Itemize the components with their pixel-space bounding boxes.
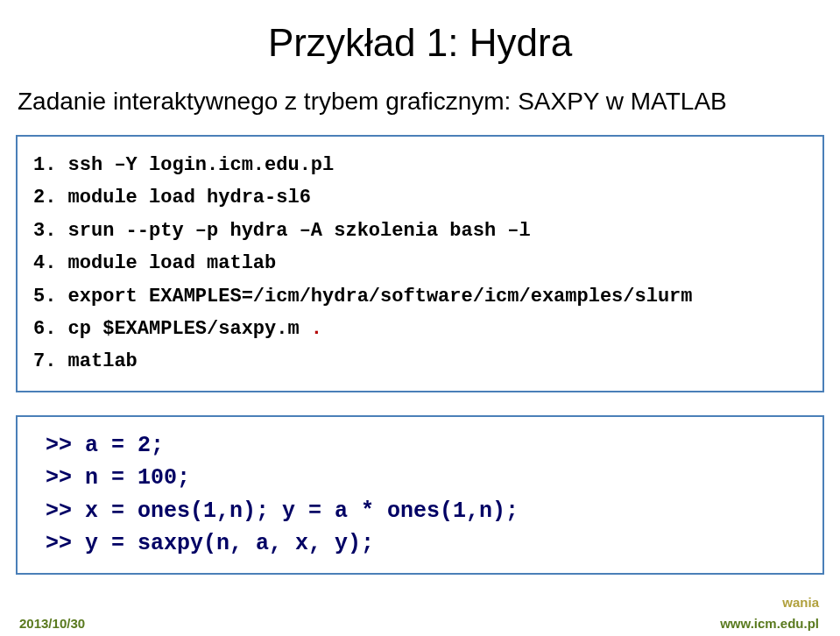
cmd-num: 7. xyxy=(33,350,68,372)
cmd-num: 5. xyxy=(33,286,68,307)
cmd-line: 7. matlab xyxy=(33,345,807,378)
cmd-text: module load hydra-sl6 xyxy=(68,187,311,208)
cmd-num: 6. xyxy=(33,318,68,340)
cmd-text: export EXAMPLES=/icm/hydra/software/icm/… xyxy=(68,286,693,307)
output-line: >> y = saxpy(n, a, x, y); xyxy=(46,527,807,561)
cmd-num: 4. xyxy=(33,252,68,274)
cmd-text: module load matlab xyxy=(68,252,277,274)
cmd-text: ssh –Y login.icm.edu.pl xyxy=(68,154,335,176)
footer-url: www.icm.edu.pl xyxy=(720,616,819,631)
output-line: >> x = ones(1,n); y = a * ones(1,n); xyxy=(46,495,807,528)
cmd-text: srun --pty –p hydra –A szkolenia bash –l xyxy=(68,220,531,242)
cmd-line: 5. export EXAMPLES=/icm/hydra/software/i… xyxy=(33,280,807,313)
footer-date: 2013/10/30 xyxy=(19,616,85,631)
slide: Przykład 1: Hydra Zadanie interaktywnego… xyxy=(0,0,840,636)
cmd-text: cp $EXAMPLES/saxpy.m xyxy=(68,318,311,340)
cmd-num: 1. xyxy=(33,154,68,176)
cmd-line: 2. module load hydra-sl6 xyxy=(33,181,807,214)
cmd-line: 4. module load matlab xyxy=(33,247,807,279)
cmd-line: 3. srun --pty –p hydra –A szkolenia bash… xyxy=(33,215,807,247)
cmd-num: 2. xyxy=(33,187,68,208)
output-box: >> a = 2; >> n = 100; >> x = ones(1,n); … xyxy=(16,415,824,575)
output-line: >> a = 2; xyxy=(46,429,807,463)
cmd-line: 1. ssh –Y login.icm.edu.pl xyxy=(33,149,807,181)
footer-fragment: wania xyxy=(782,595,819,610)
output-line: >> n = 100; xyxy=(46,462,807,495)
slide-title: Przykład 1: Hydra xyxy=(16,21,824,65)
cmd-num: 3. xyxy=(33,220,68,242)
cmd-redtext: . xyxy=(311,318,322,340)
cmd-text: matlab xyxy=(68,350,138,372)
commands-box: 1. ssh –Y login.icm.edu.pl 2. module loa… xyxy=(16,135,824,392)
cmd-line: 6. cp $EXAMPLES/saxpy.m . xyxy=(33,313,807,345)
task-description: Zadanie interaktywnego z trybem graficzn… xyxy=(18,88,824,116)
